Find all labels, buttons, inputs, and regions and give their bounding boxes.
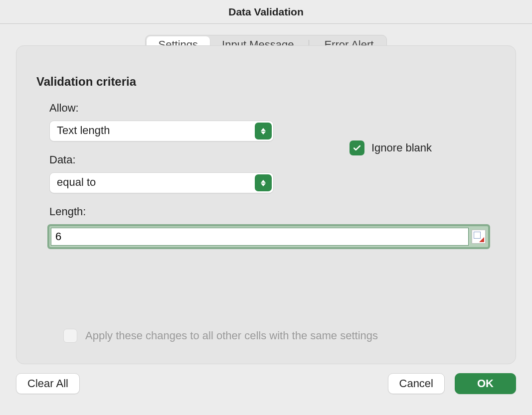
dialog-footer: Clear All Cancel OK (0, 364, 532, 394)
ignore-blank-row: Ignore blank (350, 140, 432, 155)
chevron-updown-icon (255, 123, 272, 139)
length-input-wrapper (47, 224, 490, 249)
data-select[interactable]: equal to (49, 172, 274, 193)
ok-button[interactable]: OK (455, 373, 516, 394)
ignore-blank-label: Ignore blank (371, 141, 432, 154)
checkmark-icon (352, 143, 362, 153)
ignore-blank-checkbox[interactable] (350, 140, 364, 155)
allow-select-value: Text length (49, 121, 274, 141)
apply-all-checkbox (63, 329, 77, 343)
validation-form: Allow: Text length Data: equal to Length… (36, 102, 496, 218)
range-picker-icon[interactable] (472, 230, 486, 244)
length-input[interactable] (51, 228, 469, 246)
dialog-title: Data Validation (0, 0, 532, 24)
settings-panel: Validation criteria Allow: Text length D… (16, 45, 516, 364)
apply-all-label: Apply these changes to all other cells w… (85, 329, 378, 342)
clear-all-button[interactable]: Clear All (16, 373, 80, 394)
chevron-updown-icon (255, 174, 272, 191)
data-select-value: equal to (49, 172, 274, 193)
section-heading: Validation criteria (36, 75, 496, 89)
allow-label: Allow: (49, 102, 496, 115)
length-label: Length: (49, 205, 496, 218)
apply-all-row: Apply these changes to all other cells w… (63, 329, 378, 343)
allow-select[interactable]: Text length (49, 121, 274, 141)
cancel-button[interactable]: Cancel (388, 373, 445, 394)
